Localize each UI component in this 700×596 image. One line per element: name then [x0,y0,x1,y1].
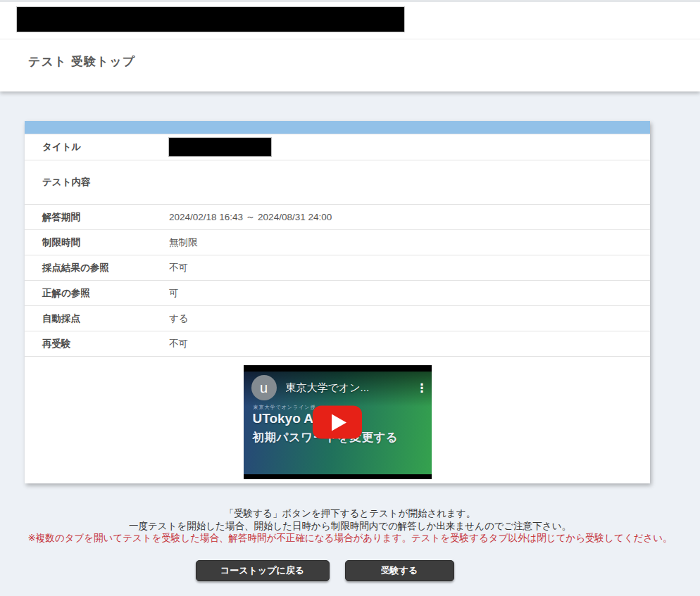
kebab-menu-icon[interactable]: ⋮ [416,381,426,395]
instruction-line-2: 一度テストを開始した場合、開始した日時から制限時間内での解答しか出来ませんのでご… [0,520,700,533]
table-row-content: テスト内容 [25,160,650,204]
row-value: する [169,312,196,325]
top-strip [0,0,700,2]
row-label: 再受験 [25,338,169,350]
table-row-title: タイトル [25,134,650,160]
thumbnail-small-text: 東京大学でオンライン授 [254,404,316,411]
row-value: 無制限 [169,236,205,249]
youtube-play-button[interactable] [313,406,362,439]
redacted-breadcrumb-bar [17,7,404,32]
header-divider [0,39,700,39]
row-value: 不可 [169,338,195,350]
thumbnail-caption-line1: UTokyo A [253,411,314,426]
table-row-view-answers: 正解の参照 可 [25,280,650,305]
redacted-title-value [169,138,278,156]
row-label: 解答期間 [25,211,169,224]
play-icon [332,414,346,431]
row-label: 制限時間 [25,236,169,249]
video-title-bar: u 東京大学でオン... ⋮ [251,375,426,400]
page-header: テスト 受験トップ [0,0,700,91]
video-title-link[interactable]: 東京大学でオン... [286,381,416,395]
action-button-row: コーストップに戻る 受験する [0,560,700,581]
row-label: 自動採点 [25,312,169,325]
row-value: 2024/02/18 16:43 ～ 2024/08/31 24:00 [169,211,339,224]
row-value: 可 [169,287,186,300]
back-to-course-top-button[interactable]: コーストップに戻る [196,560,330,581]
channel-avatar[interactable]: u [251,375,277,400]
table-header-bar [25,121,650,134]
youtube-embed[interactable]: u 東京大学でオン... ⋮ 東京大学でオンライン授 UTokyo A 初期パス… [244,365,432,479]
table-row-time-limit: 制限時間 無制限 [25,229,650,255]
instruction-line-1: 「受験する」ボタンを押下するとテストが開始されます。 [0,507,700,520]
instruction-warning: ※複数のタブを開いてテストを受験した場合、解答時間が不正確になる場合があります。… [0,532,700,545]
row-label: テスト内容 [25,176,169,189]
table-row-auto-grading: 自動採点 する [25,305,650,331]
instructions: 「受験する」ボタンを押下するとテストが開始されます。 一度テストを開始した場合、… [0,507,700,545]
row-label: 正解の参照 [25,287,169,300]
table-row-answer-period: 解答期間 2024/02/18 16:43 ～ 2024/08/31 24:00 [25,204,650,229]
table-row-retake: 再受験 不可 [25,331,650,356]
start-test-button[interactable]: 受験する [345,560,454,581]
video-row: u 東京大学でオン... ⋮ 東京大学でオンライン授 UTokyo A 初期パス… [25,356,650,483]
row-value: 不可 [169,262,195,274]
table-row-view-score: 採点結果の参照 不可 [25,255,650,280]
page-title: テスト 受験トップ [28,53,135,70]
row-label: タイトル [25,141,169,153]
test-info-card: タイトル テスト内容 解答期間 2024/02/18 16:43 ～ 2024/… [25,121,650,483]
row-label: 採点結果の参照 [25,262,169,274]
